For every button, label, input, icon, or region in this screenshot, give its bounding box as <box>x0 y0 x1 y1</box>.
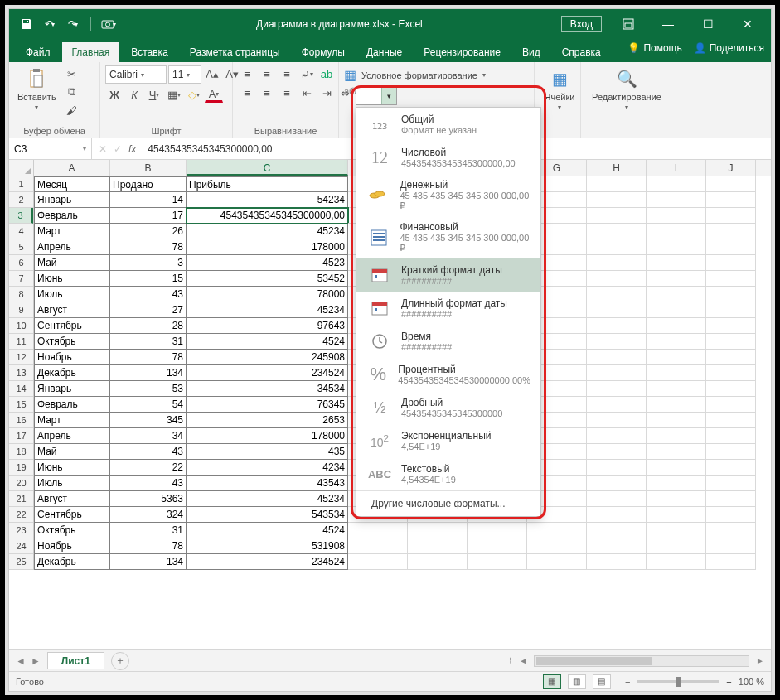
cell[interactable] <box>706 208 756 224</box>
cell[interactable]: Прибыль <box>187 176 348 192</box>
increase-font-icon[interactable]: A▴ <box>203 65 221 82</box>
format-option-general[interactable]: ₁₂₃ОбщийФормат не указан <box>356 108 540 141</box>
cell[interactable]: 5363 <box>110 491 187 507</box>
cell[interactable]: 43 <box>110 476 187 491</box>
increase-indent-icon[interactable]: ⇥ <box>317 84 336 101</box>
row-header[interactable]: 8 <box>9 287 33 302</box>
cell[interactable]: Февраль <box>34 208 110 224</box>
italic-icon[interactable]: К <box>125 86 143 103</box>
cell[interactable]: 134 <box>110 365 187 381</box>
cell[interactable] <box>647 460 706 476</box>
cell[interactable]: 45234 <box>187 302 348 318</box>
cell[interactable] <box>706 554 756 570</box>
cell[interactable]: 54234 <box>187 192 348 208</box>
cell[interactable] <box>706 287 756 302</box>
cell[interactable] <box>408 554 468 570</box>
cell[interactable] <box>647 476 706 491</box>
row-header[interactable]: 15 <box>9 397 33 413</box>
cut-icon[interactable]: ✂ <box>63 65 81 82</box>
cell[interactable] <box>706 271 756 287</box>
cell[interactable] <box>647 287 706 302</box>
cell[interactable] <box>706 192 756 208</box>
cell[interactable] <box>706 318 756 334</box>
cell[interactable] <box>587 176 647 192</box>
row-header[interactable]: 23 <box>9 523 33 538</box>
cell[interactable]: 17 <box>110 208 187 224</box>
cell[interactable]: 78 <box>110 239 187 255</box>
align-bottom-icon[interactable]: ≡ <box>278 65 296 82</box>
format-option-percent[interactable]: %Процентный4543543534534530000000,00% <box>356 358 540 391</box>
cell[interactable] <box>706 350 756 365</box>
cell[interactable] <box>647 428 706 444</box>
cell[interactable] <box>587 444 647 460</box>
cell[interactable]: Июнь <box>34 271 110 287</box>
tab-data[interactable]: Данные <box>356 42 412 62</box>
cell[interactable]: Декабрь <box>34 365 110 381</box>
cell[interactable] <box>587 192 647 208</box>
cell[interactable]: 134 <box>110 554 187 570</box>
cell[interactable] <box>587 334 647 350</box>
cell[interactable]: 97643 <box>187 318 348 334</box>
align-middle-icon[interactable]: ≡ <box>258 65 276 82</box>
cell[interactable]: Июль <box>34 287 110 302</box>
zoom-level[interactable]: 100 % <box>739 677 764 687</box>
cell[interactable] <box>706 224 756 239</box>
close-icon[interactable]: ✕ <box>729 9 766 39</box>
cell[interactable]: Декабрь <box>34 554 110 570</box>
cell[interactable] <box>706 334 756 350</box>
undo-icon[interactable]: ↶▾ <box>41 15 59 33</box>
cell[interactable] <box>587 460 647 476</box>
format-option-currency[interactable]: Денежный45 435 435 345 345 300 000,00 ₽ <box>356 174 540 216</box>
cell[interactable]: 34534 <box>187 381 348 397</box>
cell[interactable] <box>348 523 408 538</box>
align-top-icon[interactable]: ≡ <box>238 65 256 82</box>
tab-insert[interactable]: Вставка <box>121 42 178 62</box>
page-break-view-icon[interactable]: ▤ <box>593 674 611 689</box>
cell[interactable]: 22 <box>110 460 187 476</box>
cell[interactable] <box>647 208 706 224</box>
row-header[interactable]: 5 <box>9 239 33 255</box>
font-name-combo[interactable]: Calibri▾ <box>105 65 167 84</box>
cell[interactable]: 234524 <box>187 365 348 381</box>
tab-review[interactable]: Рецензирование <box>414 42 511 62</box>
cell[interactable] <box>348 538 408 554</box>
cell[interactable] <box>587 397 647 413</box>
cell[interactable] <box>706 397 756 413</box>
cell[interactable] <box>706 538 756 554</box>
tab-home[interactable]: Главная <box>62 42 120 62</box>
cell[interactable] <box>706 381 756 397</box>
cancel-formula-icon[interactable]: ✕ <box>99 143 107 155</box>
cell[interactable] <box>706 491 756 507</box>
fx-icon[interactable]: fx <box>128 143 136 155</box>
cell[interactable]: 26 <box>110 224 187 239</box>
cell[interactable]: Сентябрь <box>34 318 110 334</box>
accept-formula-icon[interactable]: ✓ <box>114 143 122 155</box>
cell[interactable]: 43543 <box>187 476 348 491</box>
row-header[interactable]: 17 <box>9 428 33 444</box>
cell[interactable]: 3 <box>110 255 187 271</box>
cell[interactable]: 234524 <box>187 554 348 570</box>
cell[interactable] <box>587 239 647 255</box>
name-box[interactable]: C3▾ <box>9 138 92 159</box>
font-size-combo[interactable]: 11▾ <box>168 65 201 84</box>
cell[interactable] <box>587 523 647 538</box>
cell[interactable] <box>587 491 647 507</box>
copy-icon[interactable]: ⧉ <box>63 84 81 100</box>
cell[interactable] <box>647 271 706 287</box>
borders-icon[interactable]: ▦▾ <box>165 86 183 103</box>
cell[interactable]: 324 <box>110 507 187 523</box>
cell[interactable] <box>587 428 647 444</box>
row-header[interactable]: 14 <box>9 381 33 397</box>
cell[interactable]: 4524 <box>187 334 348 350</box>
row-header[interactable]: 3 <box>9 208 33 224</box>
horizontal-scrollbar[interactable] <box>534 655 749 667</box>
row-header[interactable]: 16 <box>9 413 33 428</box>
decrease-indent-icon[interactable]: ⇤ <box>298 84 316 101</box>
cell[interactable] <box>647 255 706 271</box>
cell[interactable] <box>647 224 706 239</box>
cell[interactable]: 78000 <box>187 287 348 302</box>
cell[interactable] <box>706 428 756 444</box>
cell[interactable]: 45234 <box>187 491 348 507</box>
format-option-number[interactable]: 12Числовой45435435345345300000,00 <box>356 141 540 174</box>
cell[interactable]: Апрель <box>34 428 110 444</box>
